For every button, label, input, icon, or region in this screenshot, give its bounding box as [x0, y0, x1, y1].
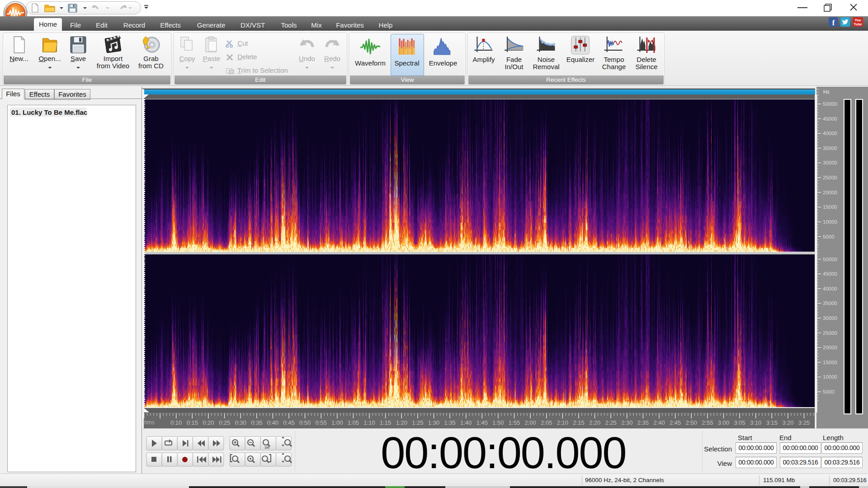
svg-text:15000: 15000	[823, 360, 837, 365]
svg-text:2:05: 2:05	[541, 419, 552, 426]
svg-text:20000: 20000	[823, 190, 837, 195]
svg-text:2:40: 2:40	[653, 419, 665, 426]
svg-text:25000: 25000	[823, 330, 837, 336]
svg-text:Hz: Hz	[823, 89, 830, 94]
svg-text:0:40: 0:40	[267, 419, 278, 426]
svg-text:35000: 35000	[823, 145, 837, 151]
svg-text:10000: 10000	[823, 219, 837, 225]
svg-text:3:05: 3:05	[734, 419, 745, 426]
svg-text:1:00: 1:00	[331, 419, 343, 426]
svg-text:1:45: 1:45	[476, 419, 488, 426]
svg-text:3:15: 3:15	[766, 419, 778, 426]
svg-text:0:15: 0:15	[187, 419, 198, 426]
svg-text:5000: 5000	[823, 389, 835, 394]
svg-text:10000: 10000	[823, 374, 837, 380]
svg-text:2:15: 2:15	[573, 419, 584, 426]
svg-text:2:00: 2:00	[524, 419, 536, 426]
svg-text:2:10: 2:10	[557, 419, 568, 426]
svg-text:2:30: 2:30	[621, 419, 632, 426]
svg-text:0:10: 0:10	[170, 419, 182, 426]
svg-text:15000: 15000	[823, 204, 837, 210]
svg-text:3:25: 3:25	[798, 419, 810, 426]
svg-text:2:25: 2:25	[605, 419, 617, 426]
svg-text:0:20: 0:20	[203, 419, 214, 426]
svg-text:2:20: 2:20	[589, 419, 600, 426]
svg-text:1:25: 1:25	[412, 419, 423, 426]
svg-text:20000: 20000	[823, 345, 837, 350]
svg-text:3:00: 3:00	[718, 419, 729, 426]
svg-text:0:35: 0:35	[251, 419, 262, 426]
svg-text:2:35: 2:35	[637, 419, 649, 426]
svg-text:45000: 45000	[823, 116, 837, 122]
svg-text:0:45: 0:45	[283, 419, 294, 426]
svg-text:2:45: 2:45	[670, 419, 681, 426]
svg-text:30000: 30000	[823, 315, 837, 321]
svg-text:0:55: 0:55	[316, 419, 327, 426]
svg-text:40000: 40000	[823, 286, 837, 291]
svg-text:1:50: 1:50	[492, 419, 504, 426]
svg-text:1:05: 1:05	[348, 419, 359, 426]
svg-text:40000: 40000	[823, 131, 837, 136]
svg-text:1:55: 1:55	[509, 419, 520, 426]
svg-text:0:50: 0:50	[299, 419, 311, 426]
svg-text:50000: 50000	[823, 101, 837, 107]
svg-text:1:20: 1:20	[396, 419, 407, 426]
svg-text:5000: 5000	[823, 234, 835, 239]
svg-text:1:15: 1:15	[380, 419, 391, 426]
svg-text:25000: 25000	[823, 175, 837, 180]
svg-text:3:20: 3:20	[782, 419, 793, 426]
svg-text:45000: 45000	[823, 271, 837, 277]
svg-text:1:10: 1:10	[363, 419, 375, 426]
svg-text:hms: hms	[144, 419, 155, 426]
svg-text:30000: 30000	[823, 160, 837, 165]
svg-text:3:10: 3:10	[750, 419, 761, 426]
svg-text:1:30: 1:30	[428, 419, 439, 426]
svg-text:0:30: 0:30	[235, 419, 246, 426]
svg-text:50000: 50000	[823, 257, 837, 262]
svg-text:0:25: 0:25	[219, 419, 230, 426]
svg-text:1:40: 1:40	[460, 419, 472, 426]
svg-text:1:35: 1:35	[444, 419, 455, 426]
svg-text:2:55: 2:55	[702, 419, 713, 426]
svg-text:100: 100	[264, 446, 269, 449]
svg-text:35000: 35000	[823, 300, 837, 306]
svg-text:2:50: 2:50	[686, 419, 697, 426]
